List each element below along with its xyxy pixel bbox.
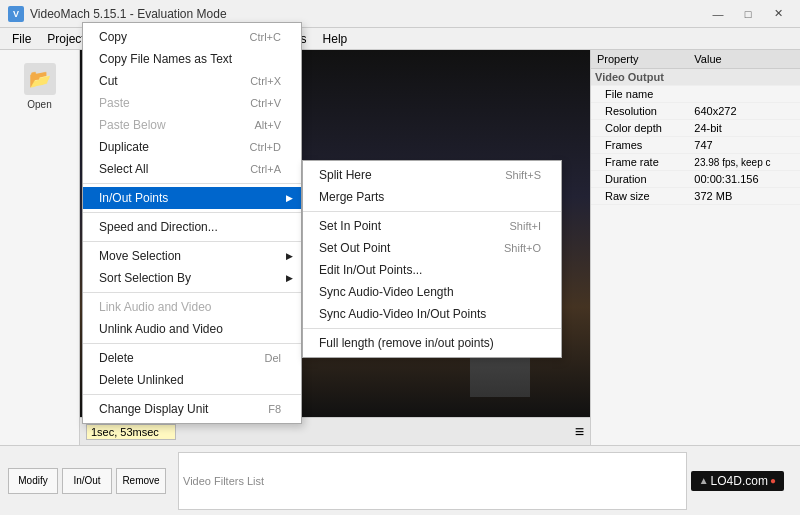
lo4d-logo: LO4D.com — [711, 474, 768, 488]
inout-button[interactable]: In/Out — [62, 468, 112, 494]
prop-file-name: File name — [591, 86, 688, 103]
properties-panel: Property Value Video Output File name Re… — [590, 50, 800, 445]
app-title: VideoMach 5.15.1 - Evaluation Mode — [30, 7, 227, 21]
menu-delete[interactable]: Delete Del — [83, 347, 301, 369]
filters-list-area: Video Filters List — [178, 452, 687, 510]
left-panel: 📂 Open — [0, 50, 80, 445]
val-duration: 00:00:31.156 — [688, 171, 800, 188]
window-controls: — □ ✕ — [704, 3, 792, 25]
submenu-merge-parts[interactable]: Merge Parts — [303, 186, 561, 208]
submenu-split-here[interactable]: Split Here Shift+S — [303, 164, 561, 186]
time-input[interactable] — [86, 424, 176, 440]
prop-frame-rate: Frame rate — [591, 154, 688, 171]
menu-paste[interactable]: Paste Ctrl+V — [83, 92, 301, 114]
inout-submenu: Split Here Shift+S Merge Parts Set In Po… — [302, 160, 562, 358]
val-color-depth: 24-bit — [688, 120, 800, 137]
maximize-button[interactable]: □ — [734, 3, 762, 25]
bottom-toolbar: Modify In/Out Remove Video Filters List … — [0, 445, 800, 515]
remove-button[interactable]: Remove — [116, 468, 166, 494]
menu-sort-selection[interactable]: Sort Selection By ▶ — [83, 267, 301, 289]
menu-change-display-unit[interactable]: Change Display Unit F8 — [83, 398, 301, 420]
modify-button[interactable]: Modify — [8, 468, 58, 494]
menu-link-audio-video[interactable]: Link Audio and Video — [83, 296, 301, 318]
menu-copy-file-names[interactable]: Copy File Names as Text — [83, 48, 301, 70]
table-row: Frame rate 23.98 fps, keep c — [591, 154, 800, 171]
group-header-label: Video Output — [591, 69, 800, 86]
submenu-set-in-point[interactable]: Set In Point Shift+I — [303, 215, 561, 237]
submenu-set-out-point[interactable]: Set Out Point Shift+O — [303, 237, 561, 259]
prop-raw-size: Raw size — [591, 188, 688, 205]
prop-color-depth: Color depth — [591, 120, 688, 137]
menu-unlink-audio-video[interactable]: Unlink Audio and Video — [83, 318, 301, 340]
submenu-sync-audio-video-length[interactable]: Sync Audio-Video Length — [303, 281, 561, 303]
menu-speed-direction[interactable]: Speed and Direction... — [83, 216, 301, 238]
val-file-name — [688, 86, 800, 103]
prop-resolution: Resolution — [591, 103, 688, 120]
table-row: Frames 747 — [591, 137, 800, 154]
val-frames: 747 — [688, 137, 800, 154]
menu-select-all[interactable]: Select All Ctrl+A — [83, 158, 301, 180]
table-row: Raw size 372 MB — [591, 188, 800, 205]
value-col-header: Value — [688, 50, 800, 69]
val-raw-size: 372 MB — [688, 188, 800, 205]
menu-cut[interactable]: Cut Ctrl+X — [83, 70, 301, 92]
prop-duration: Duration — [591, 171, 688, 188]
table-row: File name — [591, 86, 800, 103]
menu-move-selection[interactable]: Move Selection ▶ — [83, 245, 301, 267]
menu-help[interactable]: Help — [315, 28, 356, 50]
menu-file[interactable]: File — [4, 28, 39, 50]
open-button[interactable]: 📂 Open — [5, 56, 75, 116]
menu-inout-points[interactable]: In/Out Points ▶ — [83, 187, 301, 209]
val-resolution: 640x272 — [688, 103, 800, 120]
menu-paste-below[interactable]: Paste Below Alt+V — [83, 114, 301, 136]
edit-menu-popup: Copy Ctrl+C Copy File Names as Text Cut … — [82, 22, 302, 424]
table-row: Duration 00:00:31.156 — [591, 171, 800, 188]
burger-menu-icon[interactable]: ≡ — [575, 423, 584, 441]
menu-duplicate[interactable]: Duplicate Ctrl+D — [83, 136, 301, 158]
submenu-edit-inout-points[interactable]: Edit In/Out Points... — [303, 259, 561, 281]
submenu-full-length[interactable]: Full length (remove in/out points) — [303, 332, 561, 354]
properties-table: Property Value Video Output File name Re… — [591, 50, 800, 205]
prop-frames: Frames — [591, 137, 688, 154]
menu-copy[interactable]: Copy Ctrl+C — [83, 26, 301, 48]
submenu-sync-audio-video-inout[interactable]: Sync Audio-Video In/Out Points — [303, 303, 561, 325]
val-frame-rate: 23.98 fps, keep c — [688, 154, 800, 171]
open-label: Open — [27, 99, 51, 110]
table-row: Color depth 24-bit — [591, 120, 800, 137]
table-row: Resolution 640x272 — [591, 103, 800, 120]
menu-delete-unlinked[interactable]: Delete Unlinked — [83, 369, 301, 391]
filters-list-label: Video Filters List — [183, 475, 264, 487]
group-video-output: Video Output — [591, 69, 800, 86]
property-col-header: Property — [591, 50, 688, 69]
close-button[interactable]: ✕ — [764, 3, 792, 25]
minimize-button[interactable]: — — [704, 3, 732, 25]
open-icon: 📂 — [24, 63, 56, 95]
app-icon: V — [8, 6, 24, 22]
